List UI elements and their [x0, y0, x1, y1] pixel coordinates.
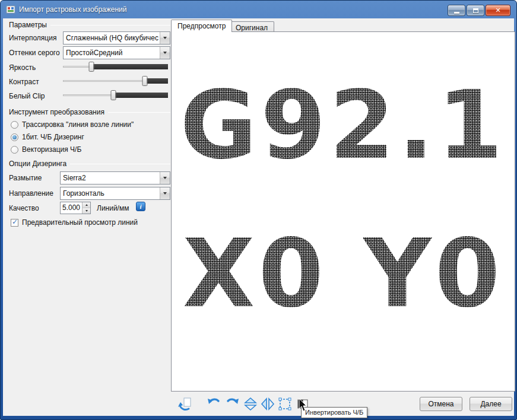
checkbox-checked-icon	[11, 219, 18, 227]
grayscale-label: Оттенки серого	[9, 49, 60, 57]
chevron-down-icon	[160, 32, 170, 44]
maximize-icon	[473, 8, 478, 13]
window-controls: ✕	[448, 5, 510, 16]
dialog-client-area: Параметры Интерполяция Сглаженный (HQ би…	[3, 18, 514, 416]
interpolation-label: Интерполяция	[9, 34, 56, 42]
quality-stepper[interactable]: 5.000	[60, 202, 91, 214]
contrast-label: Контраст	[9, 78, 39, 86]
revert-icon	[177, 396, 192, 412]
contrast-slider[interactable]	[63, 76, 168, 86]
chevron-down-icon	[160, 47, 170, 59]
app-icon	[6, 5, 15, 14]
info-icon[interactable]: i	[136, 202, 145, 211]
minimize-button[interactable]	[448, 5, 465, 16]
radio-line-trace[interactable]: Трассировка "линия возле линии"	[11, 120, 134, 129]
cursor-icon	[299, 399, 308, 413]
revert-image-button[interactable]	[176, 396, 193, 412]
chevron-down-icon	[160, 172, 170, 184]
radio-checked-icon	[11, 133, 18, 141]
contrast-slider-thumb[interactable]	[142, 76, 148, 86]
flip-horizontal-button[interactable]	[259, 396, 276, 412]
maximize-button[interactable]	[467, 5, 484, 16]
flip-vertical-icon	[243, 396, 258, 412]
brightness-slider[interactable]	[63, 62, 168, 72]
preview-tab-page: G92.1 X0 Y0	[171, 31, 515, 392]
rotate-left-button[interactable]	[205, 396, 222, 412]
group-dithering-options: Опции Дизеринга	[9, 160, 170, 168]
window-title: Импорт растровых изображений	[19, 5, 127, 14]
direction-value: Горизонталь	[61, 189, 160, 198]
group-parameters: Параметры	[9, 21, 170, 29]
close-icon: ✕	[495, 7, 500, 14]
rotate-right-icon	[225, 396, 240, 412]
preview-lines-label: Предварительный просмотр линий	[22, 218, 138, 227]
group-conversion-tool-title: Инструмент преобразования	[9, 108, 104, 116]
minimize-icon	[454, 12, 459, 14]
radio-1bit-dithering-label: 1бит. Ч/Б Дизеринг	[22, 133, 84, 141]
grayscale-value: ПростойСредний	[64, 49, 160, 57]
preview-lines-checkbox[interactable]: Предварительный просмотр линий	[11, 218, 138, 227]
interpolation-select[interactable]: Сглаженный (HQ бикубичес	[63, 31, 170, 44]
grayscale-select[interactable]: ПростойСредний	[63, 46, 170, 59]
rotate-left-icon	[206, 396, 221, 412]
flip-vertical-button[interactable]	[242, 396, 259, 412]
direction-label: Направление	[9, 189, 53, 198]
group-parameters-title: Параметры	[9, 21, 47, 29]
flip-horizontal-icon	[260, 396, 275, 412]
cancel-button[interactable]: Отмена	[420, 397, 462, 411]
quality-value: 5.000	[61, 202, 82, 214]
group-dithering-options-title: Опции Дизеринга	[9, 160, 66, 168]
tab-original-label: Оригинал	[236, 24, 268, 32]
chevron-down-icon	[160, 187, 170, 199]
crop-button[interactable]	[277, 396, 293, 412]
crop-icon	[277, 396, 293, 412]
brightness-slider-thumb[interactable]	[88, 62, 94, 72]
radio-line-trace-label: Трассировка "линия возле линии"	[22, 120, 134, 129]
blur-value: Sierra2	[61, 174, 160, 182]
brightness-label: Яркость	[9, 63, 36, 72]
close-button[interactable]: ✕	[486, 5, 510, 16]
radio-bw-vectorization-label: Векторизация Ч/Б	[22, 145, 81, 154]
quality-label: Качество	[9, 204, 39, 212]
blur-select[interactable]: Sierra2	[60, 171, 170, 184]
group-conversion-tool: Инструмент преобразования	[9, 108, 170, 116]
white-clip-label: Белый Clip	[9, 92, 45, 100]
preview-text-line1: G92.1	[172, 78, 515, 172]
preview-canvas: G92.1 X0 Y0	[172, 32, 515, 391]
radio-icon	[11, 121, 18, 129]
direction-select[interactable]: Горизонталь	[60, 187, 170, 200]
titlebar[interactable]: Импорт растровых изображений ✕	[1, 1, 516, 18]
tab-original[interactable]: Оригинал	[229, 21, 274, 32]
radio-bw-vectorization[interactable]: Векторизация Ч/Б	[11, 145, 81, 154]
import-raster-dialog: Импорт растровых изображений ✕ Параметры…	[0, 0, 517, 420]
preview-text-line2: X0 Y0	[172, 227, 515, 320]
cancel-button-label: Отмена	[428, 400, 453, 408]
spin-down-icon[interactable]	[83, 208, 90, 214]
tab-preview-label: Предпросмотр	[177, 22, 226, 30]
blur-label: Размытие	[9, 174, 42, 182]
next-button-label: Далее	[480, 400, 501, 408]
white-clip-slider[interactable]	[63, 90, 168, 100]
rotate-right-button[interactable]	[224, 396, 241, 412]
radio-icon	[11, 146, 18, 154]
quality-unit-label: Линий/мм	[97, 204, 129, 212]
tooltip: Инвертировать Ч/Б	[301, 407, 367, 418]
interpolation-value: Сглаженный (HQ бикубичес	[64, 34, 160, 42]
spin-up-icon[interactable]	[83, 202, 90, 208]
radio-1bit-dithering[interactable]: 1бит. Ч/Б Дизеринг	[11, 133, 84, 141]
white-clip-slider-thumb[interactable]	[110, 90, 116, 100]
tab-preview[interactable]: Предпросмотр	[171, 20, 232, 32]
next-button[interactable]: Далее	[470, 397, 512, 411]
